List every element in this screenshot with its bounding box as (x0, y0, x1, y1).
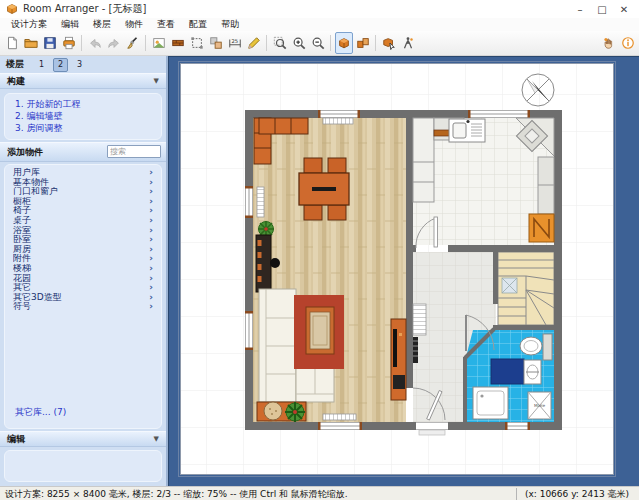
window-title: Room Arranger - [无标题] (23, 2, 569, 16)
build-section-header[interactable]: 构建 ▼ (0, 73, 166, 89)
tv-cabinet[interactable] (391, 319, 406, 400)
kitchen-wall-cabinets[interactable] (538, 157, 554, 214)
radiator-left[interactable] (257, 187, 264, 217)
undo-icon[interactable] (86, 32, 104, 54)
category-tables[interactable]: 桌子› (5, 216, 161, 226)
category-basic-objects[interactable]: 基本物件› (5, 178, 161, 188)
collapse-icon[interactable]: ▼ (154, 77, 159, 85)
category-cabinets[interactable]: 橱柜› (5, 197, 161, 207)
build-step-new-project[interactable]: 1. 开始新的工程 (15, 98, 153, 110)
bathroom-bottom-window (505, 422, 530, 430)
build-step-room-adjust[interactable]: 3. 房间调整 (15, 122, 153, 134)
wall-tool-icon[interactable] (169, 32, 187, 54)
menubar: 设计方案 编辑 楼层 物件 查看 配置 帮助 (0, 18, 639, 31)
shower[interactable] (473, 387, 508, 419)
kitchen-appliance[interactable] (529, 214, 554, 242)
category-other-3d[interactable]: 其它3D造型› (5, 293, 161, 303)
menu-floor[interactable]: 楼层 (86, 18, 118, 31)
collapse-icon[interactable]: ▼ (154, 435, 159, 443)
build-steps-panel: 1. 开始新的工程 2. 编辑墙壁 3. 房间调整 (4, 93, 162, 140)
save-icon[interactable] (41, 32, 59, 54)
close-button[interactable]: ✕ (613, 2, 635, 16)
menu-view[interactable]: 查看 (150, 18, 182, 31)
build-step-edit-walls[interactable]: 2. 编辑墙壁 (15, 110, 153, 122)
menu-options[interactable]: 配置 (182, 18, 214, 31)
category-symbols[interactable]: 符号› (5, 302, 161, 312)
new-document-icon[interactable] (3, 32, 21, 54)
category-label: 桌子 (13, 216, 149, 226)
living-top-window (318, 110, 360, 118)
category-chairs[interactable]: 椅子› (5, 206, 161, 216)
walkthrough-icon[interactable] (399, 32, 417, 54)
menu-object[interactable]: 物件 (118, 18, 150, 31)
category-other[interactable]: 其它› (5, 283, 161, 293)
hall-radiator[interactable] (413, 304, 426, 335)
main-area: 楼层 1 2 3 构建 ▼ 1. 开始新的工程 2. 编辑墙壁 3. 房间调整 … (0, 56, 639, 486)
cursor-coordinates: (x: 10666 y: 2413 毫米) (516, 488, 639, 500)
rug-and-table[interactable] (294, 295, 344, 369)
floorplan-canvas[interactable]: Miele (168, 56, 639, 486)
category-user-library[interactable]: 用户库› (5, 168, 161, 178)
hall-rack[interactable] (413, 337, 418, 363)
pencil-icon[interactable] (245, 32, 263, 54)
view-3d-button[interactable] (335, 32, 353, 54)
add-3d-shape-icon[interactable] (380, 32, 398, 54)
kitchen-sink[interactable] (449, 119, 485, 142)
bathtub[interactable] (491, 359, 524, 384)
category-label: 附件 (13, 254, 149, 264)
pointer-hand-icon[interactable] (600, 32, 618, 54)
zoom-selection-icon[interactable] (271, 32, 289, 54)
menu-edit[interactable]: 编辑 (54, 18, 86, 31)
radiator-bottom[interactable] (323, 414, 356, 420)
format-brush-icon[interactable] (124, 32, 142, 54)
category-bathroom[interactable]: 浴室› (5, 226, 161, 236)
floorplan-svg[interactable]: Miele (169, 57, 638, 486)
dimension-icon[interactable]: 25 (226, 32, 244, 54)
radiator-top[interactable] (323, 118, 353, 124)
redo-icon[interactable] (105, 32, 123, 54)
object-search-input[interactable] (107, 145, 161, 158)
minimize-button[interactable]: – (569, 2, 591, 16)
left-window-lower (245, 311, 253, 350)
transform-icon[interactable] (188, 32, 206, 54)
bathroom-sink[interactable] (524, 360, 541, 384)
about-info-icon[interactable] (619, 32, 637, 54)
menu-help[interactable]: 帮助 (214, 18, 246, 31)
stool[interactable] (270, 258, 280, 268)
edit-section-header[interactable]: 编辑 ▼ (0, 431, 166, 447)
build-header-label: 构建 (7, 75, 154, 88)
open-folder-icon[interactable] (22, 32, 40, 54)
group-move-icon[interactable] (207, 32, 225, 54)
objects-3d-icon[interactable] (354, 32, 372, 54)
washing-machine[interactable]: Miele (528, 392, 551, 419)
category-garden[interactable]: 花园› (5, 274, 161, 284)
floor-tab-1[interactable]: 1 (34, 58, 49, 72)
category-kitchen[interactable]: 厨房› (5, 245, 161, 255)
category-stairs[interactable]: 楼梯› (5, 264, 161, 274)
menu-design[interactable]: 设计方案 (4, 18, 54, 31)
more-libraries-link[interactable]: 其它库... (7) (5, 404, 161, 423)
piano-cabinet[interactable] (256, 235, 271, 292)
add-objects-section-header: 添加物件 (0, 142, 166, 162)
floor-tab-2[interactable]: 2 (53, 58, 68, 72)
category-label: 门口和窗户 (13, 187, 149, 197)
category-doors-windows[interactable]: 门口和窗户› (5, 187, 161, 197)
toolbar-separator (330, 35, 331, 51)
print-icon[interactable] (60, 32, 78, 54)
category-label: 其它 (13, 283, 149, 293)
zoom-out-icon[interactable] (309, 32, 327, 54)
room-arranger-window: Room Arranger - [无标题] – □ ✕ 设计方案 编辑 楼层 物… (0, 0, 639, 500)
toolbar: 25 (0, 31, 639, 56)
category-bedroom[interactable]: 卧室› (5, 235, 161, 245)
floor-tab-3[interactable]: 3 (72, 58, 87, 72)
kitchen-tall-cabinets[interactable] (413, 118, 434, 202)
category-accessories[interactable]: 附件› (5, 254, 161, 264)
object-categories-panel: 用户库› 基本物件› 门口和窗户› 橱柜› 椅子› 桌子› 浴室› 卧室› 厨房… (4, 164, 162, 429)
plant-2[interactable] (285, 402, 305, 422)
category-label: 卧室 (13, 235, 149, 245)
texture-icon[interactable] (150, 32, 168, 54)
maximize-button[interactable]: □ (591, 2, 613, 16)
left-window-upper (245, 186, 253, 218)
zoom-in-icon[interactable] (290, 32, 308, 54)
staircase[interactable] (498, 252, 554, 325)
